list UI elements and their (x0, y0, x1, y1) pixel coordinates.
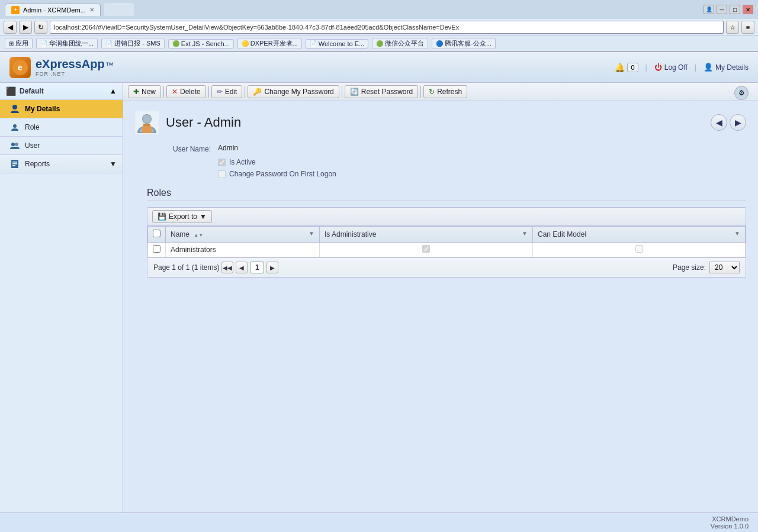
bookmark-tencent-label: 腾讯客服-公众... (445, 39, 492, 48)
sidebar-reports-expand-icon[interactable]: ▼ (110, 160, 117, 168)
can-edit-value-checkbox (635, 245, 643, 253)
back-button[interactable]: ◀ (4, 21, 17, 34)
nav-bar: ◀ ▶ ↻ ☆ ≡ (0, 19, 758, 36)
edit-filter-icon[interactable]: ▼ (734, 230, 740, 237)
sidebar-group-default[interactable]: ⬛ Default ▲ (0, 83, 123, 100)
refresh-icon: ↻ (429, 88, 435, 96)
next-page-button[interactable]: ▶ (266, 262, 278, 273)
roles-table-header-row: Name ▲▼ ▼ Is Administrative ▼ (148, 227, 746, 243)
settings-icon[interactable]: ⚙ (734, 86, 749, 100)
new-label: New (142, 88, 156, 96)
prev-record-button[interactable]: ◀ (711, 114, 727, 131)
col-header-name[interactable]: Name ▲▼ ▼ (166, 227, 320, 243)
pagination-bar: Page 1 of 1 (1 items) ◀◀ ◀ 1 ▶ Page size… (147, 257, 746, 277)
logo-trademark: ™ (105, 60, 114, 70)
tab-close-icon[interactable]: ✕ (89, 7, 94, 13)
delete-icon: ✕ (172, 88, 178, 96)
extjs-icon: 🟢 (172, 40, 179, 47)
detail-view: User - Admin ◀ ▶ User Name: Admin Is Act… (123, 101, 758, 512)
row-checkbox[interactable] (153, 245, 160, 253)
svg-rect-9 (12, 165, 15, 166)
sidebar-item-user[interactable]: User (0, 137, 123, 155)
bookmark-welcome[interactable]: 📄 Welcome to E... (306, 39, 368, 49)
new-tab-area[interactable] (104, 3, 134, 16)
row-check-cell[interactable] (148, 243, 166, 257)
log-off-icon: ⏻ (654, 63, 662, 72)
name-filter-icon[interactable]: ▼ (309, 230, 314, 237)
refresh-button[interactable]: ↻ Refresh (423, 85, 467, 98)
is-admin-value-checkbox (422, 245, 430, 253)
address-bar[interactable] (50, 21, 724, 34)
bookmark-jinxiao[interactable]: 📄 进销日报 - SMS (101, 38, 165, 49)
bookmark-dxper[interactable]: 🟡 DXPER开发者... (237, 38, 302, 49)
bookmark-huarun-label: 华润集团统一... (49, 39, 94, 48)
row-is-admin-cell (320, 243, 533, 257)
window-controls: 👤 ─ □ ✕ (704, 5, 753, 14)
reset-password-button[interactable]: 🔄 Reset Password (345, 85, 418, 98)
admin-filter-icon[interactable]: ▼ (522, 230, 528, 237)
next-record-button[interactable]: ▶ (730, 114, 746, 131)
pagination-text: Page 1 of 1 (1 items) (153, 263, 219, 272)
sidebar-item-my-details[interactable]: My Details (0, 100, 123, 118)
delete-button[interactable]: ✕ Delete (166, 85, 206, 98)
bookmark-huarun[interactable]: 📄 华润集团统一... (36, 38, 98, 49)
bookmark-extjs[interactable]: 🟢 Ext JS - Sench... (168, 39, 234, 49)
nav-icons: ☆ ≡ (726, 21, 754, 34)
bookmark-tencent[interactable]: 🔵 腾讯客服-公众... (432, 38, 496, 49)
tab-title: Admin - XCRMDem... (23, 7, 86, 14)
restore-button[interactable]: □ (730, 5, 740, 14)
browser-tab[interactable]: ✦ Admin - XCRMDem... ✕ (5, 4, 101, 16)
my-details-button[interactable]: 👤 My Details (704, 63, 749, 72)
close-button[interactable]: ✕ (743, 5, 753, 14)
notification-count[interactable]: 0 (627, 63, 638, 72)
logo-express: eXpressApp (36, 57, 105, 71)
change-password-checkbox (218, 170, 226, 178)
title-bar-left: ✦ Admin - XCRMDem... ✕ (5, 3, 134, 16)
sidebar-group-text: Default (20, 87, 44, 95)
sidebar-item-reports[interactable]: Reports ▼ (0, 155, 123, 173)
notification-area: 🔔 0 (615, 63, 638, 72)
sidebar-user-icon (9, 140, 20, 151)
menu-icon[interactable]: ≡ (741, 21, 754, 34)
star-icon[interactable]: ☆ (726, 21, 739, 34)
col-header-check[interactable] (148, 227, 166, 243)
user-icon-btn[interactable]: 👤 (704, 5, 714, 14)
edit-button[interactable]: ✏ Edit (211, 85, 243, 98)
bookmark-apps[interactable]: ⊞ 应用 (5, 38, 33, 49)
bookmark-weixin[interactable]: 🟢 微信公众平台 (372, 38, 428, 49)
reset-password-label: Reset Password (361, 88, 413, 96)
prev-page-button[interactable]: ◀ (236, 262, 248, 273)
forward-button[interactable]: ▶ (19, 21, 32, 34)
select-all-checkbox[interactable] (153, 230, 160, 237)
sidebar-collapse-icon[interactable]: ▲ (110, 87, 117, 95)
change-password-button[interactable]: 🔑 Change My Password (248, 85, 339, 98)
change-password-row: Change Password On First Logon (135, 170, 746, 178)
page-size-label: Page size: (673, 263, 706, 272)
col-header-is-admin[interactable]: Is Administrative ▼ (320, 227, 533, 243)
row-can-edit-cell (533, 243, 746, 257)
svg-rect-14 (142, 126, 152, 133)
logo-text-block: eXpressApp ™ FOR .NET (36, 57, 114, 77)
first-page-button[interactable]: ◀◀ (221, 262, 233, 273)
app-body: ⬛ Default ▲ My Details (0, 83, 758, 512)
sidebar: ⬛ Default ▲ My Details (0, 83, 123, 512)
current-page-number[interactable]: 1 (250, 262, 264, 273)
sidebar-item-role[interactable]: Role (0, 118, 123, 137)
export-to-button[interactable]: 💾 Export to ▼ (152, 210, 212, 223)
new-button[interactable]: ✚ New (128, 85, 161, 98)
settings-gear-area: ⚙ (734, 86, 749, 100)
col-edit-label: Can Edit Model (538, 230, 586, 238)
col-admin-label: Is Administrative (325, 230, 376, 238)
table-row[interactable]: Administrators (148, 243, 746, 257)
page-size-select[interactable]: 20 50 100 (709, 262, 740, 273)
roles-toolbar: 💾 Export to ▼ (147, 208, 746, 226)
username-field-row: User Name: Admin (135, 144, 746, 153)
reload-button[interactable]: ↻ (34, 21, 47, 34)
name-sort-icons[interactable]: ▲▼ (194, 233, 203, 238)
col-header-can-edit[interactable]: Can Edit Model ▼ (533, 227, 746, 243)
page-size-wrapper: Page size: 20 50 100 (673, 262, 740, 273)
log-off-button[interactable]: ⏻ Log Off (654, 63, 688, 72)
roles-table-body: Administrators (148, 243, 746, 257)
svg-point-12 (143, 115, 151, 123)
minimize-button[interactable]: ─ (717, 5, 727, 14)
